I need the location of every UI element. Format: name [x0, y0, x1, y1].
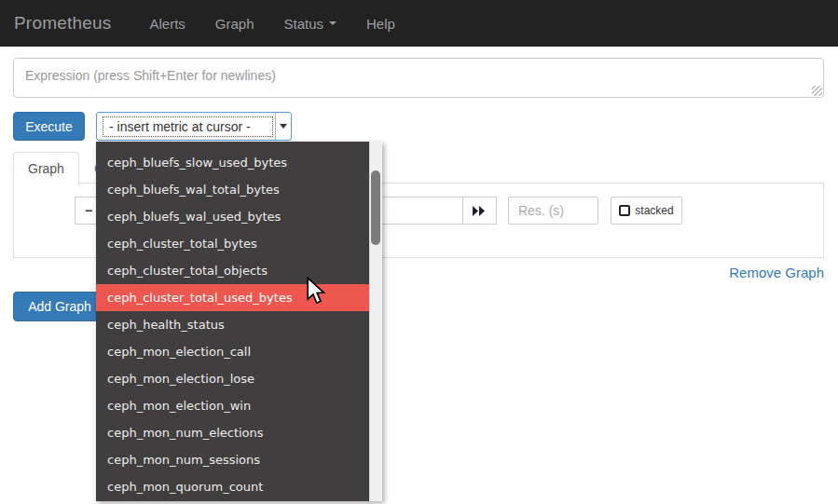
dropdown-scrollbar-thumb[interactable] [371, 170, 380, 245]
chevron-down-icon [280, 124, 287, 129]
checkbox-icon [619, 205, 630, 216]
chevron-down-icon [329, 21, 337, 25]
metric-dropdown-option[interactable]: ceph_mon_election_win [96, 392, 369, 419]
nav-item-graph[interactable]: Graph [200, 0, 269, 47]
prometheus-page: Prometheus Alerts Graph Status Help Exec… [0, 0, 838, 504]
nav-items: Alerts Graph Status Help [134, 0, 409, 47]
metric-dropdown-option[interactable]: ceph_bluefs_slow_used_bytes [96, 149, 369, 176]
metric-dropdown-option[interactable]: ceph_cluster_total_bytes [96, 230, 369, 257]
execute-button[interactable]: Execute [13, 112, 85, 141]
expression-input[interactable] [13, 58, 824, 98]
metric-dropdown-option[interactable]: ceph_mon_election_call [96, 338, 369, 365]
metric-dropdown-option[interactable]: ceph_cluster_total_objects [96, 257, 369, 284]
metric-dropdown-option[interactable]: ceph_cluster_total_used_bytes [96, 284, 369, 311]
metric-dropdown-option[interactable]: ceph_mon_num_elections [96, 419, 369, 446]
double-arrow-right-icon [473, 206, 487, 216]
resolution-input[interactable] [508, 197, 598, 225]
forward-time-button[interactable] [462, 197, 497, 225]
tab-graph[interactable]: Graph [13, 152, 79, 185]
remove-graph-link[interactable]: Remove Graph [729, 265, 824, 280]
metric-dropdown-option[interactable]: ceph_bluefs_wal_used_bytes [96, 203, 369, 230]
nav-item-help[interactable]: Help [351, 0, 410, 47]
stacked-toggle-button[interactable]: stacked [611, 197, 682, 225]
metric-dropdown-option[interactable]: ceph_health_status [96, 311, 369, 338]
insert-metric-select[interactable]: - insert metric at cursor - [96, 112, 292, 141]
select-arrow-box[interactable] [275, 113, 291, 140]
insert-metric-select-value: - insert metric at cursor - [103, 116, 273, 137]
add-graph-button[interactable]: Add Graph [13, 292, 106, 321]
nav-item-alerts[interactable]: Alerts [134, 0, 199, 47]
resize-grip-icon[interactable] [812, 86, 822, 96]
metric-dropdown-option[interactable]: ceph_mon_quorum_count [96, 473, 369, 500]
metric-dropdown-option[interactable]: ceph_mon_election_lose [96, 365, 369, 392]
metric-dropdown-option[interactable]: ceph_bluefs_wal_total_bytes [96, 176, 369, 203]
stacked-label: stacked [635, 204, 673, 217]
metric-dropdown-option[interactable]: ceph_mon_num_sessions [96, 446, 369, 473]
brand-prometheus[interactable]: Prometheus [0, 13, 125, 34]
nav-item-status[interactable]: Status [269, 0, 352, 47]
navbar: Prometheus Alerts Graph Status Help [0, 0, 838, 47]
metric-dropdown-list: ceph_bluefs_slow_used_bytesceph_bluefs_w… [96, 142, 382, 501]
